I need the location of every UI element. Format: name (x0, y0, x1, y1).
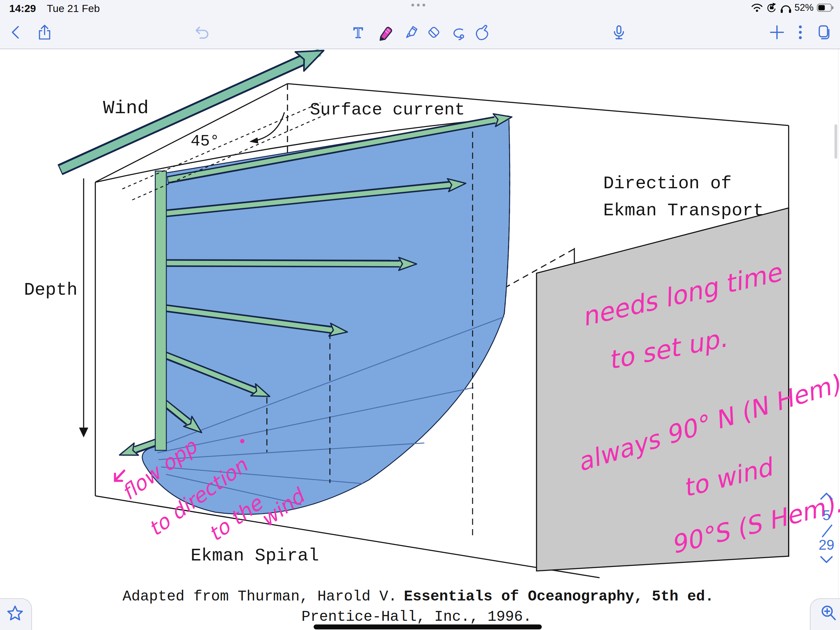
pages-icon (819, 26, 829, 38)
undo-button[interactable] (193, 24, 211, 41)
status-date: Tue 21 Feb (47, 2, 100, 14)
favorite-button[interactable] (6, 604, 25, 623)
lasso-icon (454, 29, 464, 40)
more-options-button[interactable] (791, 24, 809, 41)
headphones-icon (781, 6, 791, 13)
back-button[interactable] (7, 24, 25, 41)
zoom-in-button[interactable] (818, 603, 839, 624)
note-page (0, 49, 840, 630)
lasso-tool-button[interactable] (449, 24, 467, 41)
scrollbar-thumb[interactable] (834, 124, 837, 159)
wifi-icon (752, 4, 762, 12)
plus-icon (771, 26, 783, 38)
highlighter-icon (407, 27, 417, 37)
pen-icon (380, 27, 392, 40)
battery-percent: 52% (794, 2, 813, 13)
highlighter-tool-button[interactable] (401, 24, 419, 41)
page-separator (821, 524, 833, 538)
zoom-panel (810, 598, 840, 630)
next-page-button[interactable] (818, 554, 834, 565)
share-icon (39, 25, 49, 39)
chevron-down-icon (821, 557, 832, 562)
pointer-tool-button[interactable] (473, 24, 491, 41)
previous-page-button[interactable] (818, 491, 834, 502)
star-icon (8, 606, 22, 620)
undo-icon (196, 27, 208, 38)
top-chrome: 14:29 Tue 21 Feb 52% (0, 0, 840, 49)
ipad-notes-app: { "colors": { "accent_blue": "#3e6fd9", … (0, 0, 840, 630)
share-button[interactable] (36, 24, 54, 41)
battery-icon (817, 4, 834, 11)
pointer-hand-icon (477, 25, 488, 40)
microphone-icon (615, 26, 624, 38)
current-page-number: 5 (814, 507, 839, 524)
total-pages-number: 29 (814, 537, 839, 553)
text-tool-button[interactable]: T (349, 24, 367, 41)
status-icons: 52% (752, 1, 840, 15)
status-time: 14:29 (9, 2, 36, 14)
eraser-icon (428, 27, 440, 38)
eraser-tool-button[interactable] (425, 24, 443, 41)
microphone-button[interactable] (610, 24, 628, 41)
rotation-lock-icon (768, 3, 776, 12)
chevron-up-icon (821, 494, 832, 499)
more-dots-icon (799, 25, 802, 40)
pen-tool-button-active[interactable] (376, 24, 394, 41)
add-page-button[interactable] (768, 24, 786, 41)
multitasking-dots-icon (411, 4, 425, 6)
text-tool-icon: T (354, 24, 363, 41)
back-chevron-icon (13, 27, 19, 38)
pages-overview-button[interactable] (814, 24, 832, 41)
magnifier-plus-icon (822, 606, 835, 619)
bookmark-panel (0, 598, 32, 630)
